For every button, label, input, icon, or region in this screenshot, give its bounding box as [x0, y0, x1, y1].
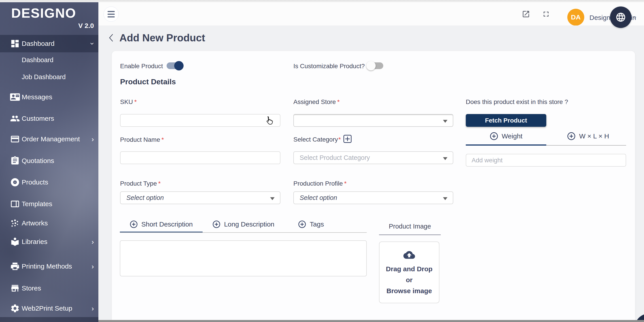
description-tabs: Short Description Long Description Tags [120, 217, 338, 232]
app-version: V 2.0 [78, 22, 94, 30]
printer-icon [10, 261, 20, 272]
store-icon [10, 283, 20, 294]
plus-circle-icon [490, 132, 498, 140]
page-content: Add New Product Enable Product Is Custom… [98, 26, 644, 322]
dropzone-line3: Browse image [386, 286, 432, 296]
sidebar-item-job-dashboard[interactable]: Job Dashboard [0, 68, 98, 86]
back-icon[interactable] [108, 33, 114, 43]
cloud-upload-icon [402, 249, 416, 261]
globe-icon[interactable] [610, 6, 632, 28]
store-question-label: Does this product exist in this store ? [466, 98, 568, 106]
sidebar-item-libraries[interactable]: Libraries › [0, 233, 98, 250]
select-category-label: Select Category* [294, 135, 352, 143]
dots-icon [10, 218, 20, 228]
enable-product-toggle[interactable] [166, 62, 183, 69]
sidebar-item-quotations[interactable]: Quotations [0, 152, 98, 170]
dropzone-line1: Drag and Drop [386, 264, 432, 274]
sidebar: DESIGNO V 2.0 Dashboard › Dashboard Job … [0, 2, 98, 322]
sidebar-item-dashboard[interactable]: Dashboard [0, 51, 98, 69]
sidebar-item-label: Quotations [22, 157, 54, 164]
sidebar-item-messages[interactable]: Messages [0, 88, 98, 106]
app-logo: DESIGNO V 2.0 [0, 2, 98, 35]
app-logo-text: DESIGNO [11, 5, 76, 21]
tab-weight[interactable]: Weight [466, 129, 546, 144]
avatar[interactable]: DA [567, 9, 584, 26]
image-dropzone[interactable]: Drag and Drop or Browse image [379, 242, 440, 303]
enable-product-label: Enable Product [120, 62, 163, 70]
open-in-new-icon[interactable] [522, 10, 530, 18]
sidebar-item-dashboard-parent[interactable]: Dashboard › [0, 35, 98, 52]
short-description-textarea[interactable] [120, 240, 367, 276]
caret-down-icon [443, 120, 448, 123]
window-icon [10, 199, 20, 209]
dashboard-icon [10, 38, 20, 49]
tab-short-description[interactable]: Short Description [120, 217, 202, 232]
sidebar-item-label: Customers [22, 115, 54, 122]
plus-circle-icon [130, 220, 138, 228]
tab-long-description[interactable]: Long Description [202, 217, 284, 232]
people-icon [10, 113, 20, 124]
caret-down-icon [270, 197, 274, 200]
plus-circle-icon [567, 132, 576, 140]
sidebar-item-artworks[interactable]: Artworks [0, 214, 98, 232]
horizontal-scrollbar[interactable] [98, 320, 644, 322]
chevron-right-icon: › [92, 136, 94, 143]
sidebar-item-label: Order Management [22, 135, 80, 143]
fullscreen-icon[interactable] [542, 10, 550, 18]
sidebar-item-label: Dashboard [22, 56, 54, 64]
sidebar-item-printing-methods[interactable]: Printing Methods › [0, 258, 98, 275]
sidebar-item-label: Printing Methods [22, 262, 72, 270]
product-type-label: Product Type* [120, 180, 160, 187]
sidebar-item-products[interactable]: Products [0, 174, 98, 191]
page-head: Add New Product [108, 32, 205, 44]
sidebar-item-web2print-setup[interactable]: Web2Print Setup › [0, 300, 98, 317]
category-placeholder: Select Product Category [300, 154, 370, 162]
caret-down-icon [443, 157, 448, 160]
product-image-title: Product Image [379, 223, 441, 230]
caret-down-icon [443, 197, 448, 200]
plus-circle-icon [212, 220, 220, 228]
sidebar-item-order-management[interactable]: Order Management › [0, 130, 98, 148]
chevron-down-icon: › [89, 42, 96, 45]
page-title: Add New Product [120, 32, 205, 44]
sidebar-item-customers[interactable]: Customers [0, 110, 98, 127]
contact-mail-icon [10, 92, 20, 102]
sidebar-item-label: Templates [22, 200, 52, 208]
customizable-product-label: Is Customizable Product? [294, 62, 365, 70]
active-tab-underline [466, 144, 546, 146]
sidebar-item-label: Libraries [22, 238, 48, 246]
menu-icon[interactable] [104, 6, 119, 22]
plus-circle-icon [298, 220, 306, 228]
section-title: Product Details [120, 77, 176, 86]
chevron-down-icon[interactable]: › [632, 16, 639, 19]
sku-input[interactable] [120, 114, 280, 127]
plus-square-icon[interactable] [344, 135, 352, 143]
card-icon [10, 134, 20, 144]
sidebar-item-templates[interactable]: Templates [0, 195, 98, 213]
chevron-right-icon: › [92, 305, 94, 312]
category-select[interactable]: Select Product Category [294, 152, 453, 164]
sku-label: SKU* [120, 98, 137, 106]
tab-tags[interactable]: Tags [284, 217, 338, 232]
chevron-right-icon: › [92, 238, 94, 245]
sidebar-item-stores[interactable]: Stores [0, 280, 98, 297]
assigned-store-select[interactable] [294, 114, 453, 127]
gear-icon [10, 303, 20, 314]
sidebar-item-label: Messages [22, 93, 52, 101]
clipboard-icon [10, 156, 20, 166]
product-type-select[interactable]: Select option [120, 192, 280, 204]
tab-wlh[interactable]: W × L × H [550, 129, 626, 144]
customizable-product-toggle[interactable] [367, 62, 383, 69]
product-name-input[interactable] [120, 152, 280, 164]
product-type-value: Select option [126, 194, 164, 202]
sidebar-item-label: Job Dashboard [22, 73, 66, 81]
production-profile-select[interactable]: Select option [294, 192, 453, 204]
top-header: DA DesignO Admin › [98, 2, 644, 26]
add-product-form-card: Enable Product Is Customizable Product? … [112, 51, 635, 322]
production-profile-value: Select option [300, 194, 337, 202]
fetch-product-button[interactable]: Fetch Product [466, 114, 546, 127]
dropzone-line2: or [406, 275, 412, 285]
window-top-strip [0, 0, 644, 2]
book-icon [10, 236, 20, 247]
add-weight-input[interactable] [466, 154, 626, 166]
